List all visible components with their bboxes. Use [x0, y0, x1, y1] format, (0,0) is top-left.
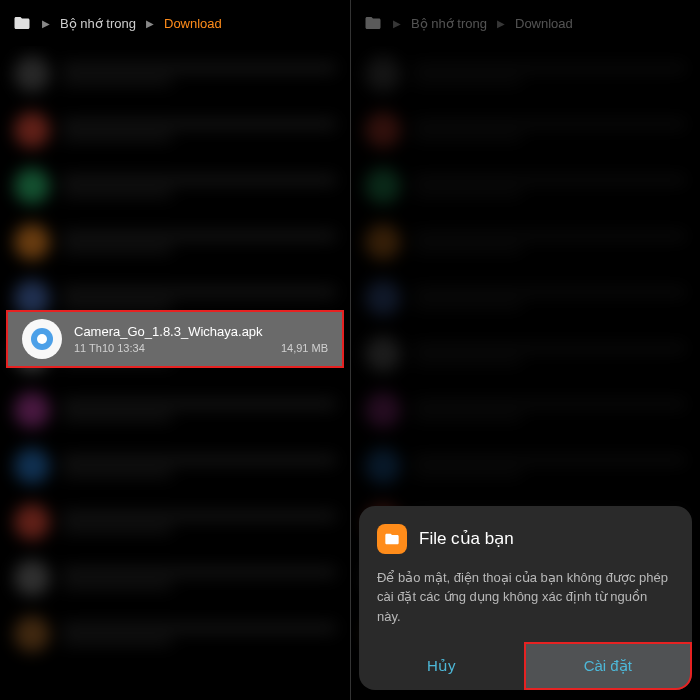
breadcrumb-root[interactable]: Bộ nhớ trong — [60, 16, 136, 31]
file-name: Camera_Go_1.8.3_Wichaya.apk — [74, 324, 328, 339]
breadcrumb-current[interactable]: Download — [164, 16, 222, 31]
home-icon[interactable] — [12, 13, 32, 33]
breadcrumb-root: Bộ nhớ trong — [411, 16, 487, 31]
dialog-actions: Hủy Cài đặt — [359, 642, 692, 690]
apk-camera-icon — [22, 319, 62, 359]
file-row-selected[interactable]: Camera_Go_1.8.3_Wichaya.apk 11 Th10 13:3… — [6, 310, 344, 368]
breadcrumb-bar: ▶ Bộ nhớ trong ▶ Download — [0, 0, 350, 46]
file-meta: Camera_Go_1.8.3_Wichaya.apk 11 Th10 13:3… — [74, 324, 328, 354]
blurred-file-list — [0, 46, 350, 700]
chevron-icon: ▶ — [497, 18, 505, 29]
chevron-icon: ▶ — [42, 18, 50, 29]
home-icon — [363, 13, 383, 33]
dialog-body: Để bảo mật, điện thoại của bạn không đượ… — [377, 568, 674, 627]
chevron-icon: ▶ — [146, 18, 154, 29]
file-date: 11 Th10 13:34 — [74, 342, 145, 354]
install-button[interactable]: Cài đặt — [524, 642, 693, 690]
chevron-icon: ▶ — [393, 18, 401, 29]
files-app-icon — [377, 524, 407, 554]
install-permission-dialog: File của bạn Để bảo mật, điện thoại của … — [359, 506, 692, 691]
file-size: 14,91 MB — [281, 342, 328, 354]
cancel-button[interactable]: Hủy — [359, 642, 524, 690]
dialog-title: File của bạn — [419, 528, 514, 549]
screen-install-dialog: ▶ Bộ nhớ trong ▶ Download File của bạn Đ… — [350, 0, 700, 700]
screen-file-list: ▶ Bộ nhớ trong ▶ Download Camera_Go_1.8.… — [0, 0, 350, 700]
breadcrumb-current: Download — [515, 16, 573, 31]
breadcrumb-bar-dim: ▶ Bộ nhớ trong ▶ Download — [351, 0, 700, 46]
